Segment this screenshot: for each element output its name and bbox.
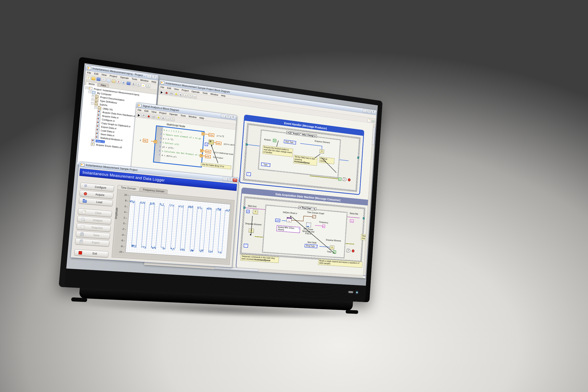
close-button[interactable] bbox=[232, 178, 238, 182]
toolbar-icon[interactable] bbox=[141, 83, 146, 88]
false-constant[interactable]: F bbox=[338, 178, 342, 181]
minimize-button[interactable] bbox=[223, 177, 228, 181]
maximize-button[interactable] bbox=[228, 178, 232, 182]
toolbar-icon[interactable] bbox=[193, 94, 197, 98]
plot-area[interactable] bbox=[126, 195, 230, 259]
toolbar-icon[interactable] bbox=[137, 113, 141, 117]
toolbar-icon[interactable] bbox=[188, 94, 192, 98]
tree-expander-icon[interactable] bbox=[92, 94, 94, 97]
tree-expander-icon[interactable] bbox=[94, 106, 97, 109]
toolbar-icon[interactable] bbox=[166, 116, 170, 120]
toolbar-icon[interactable] bbox=[146, 114, 151, 118]
menu-item[interactable]: File bbox=[160, 86, 164, 89]
toolbar-icon[interactable] bbox=[169, 92, 173, 96]
close-button[interactable] bbox=[231, 116, 236, 119]
toolbar-icon[interactable] bbox=[174, 92, 178, 96]
type-specifier[interactable]: Type bbox=[261, 162, 270, 167]
menu-item[interactable]: Tools bbox=[180, 114, 186, 117]
toolbar-icon[interactable] bbox=[170, 117, 175, 121]
toolbar-icon[interactable] bbox=[161, 116, 165, 120]
front-panel-button[interactable]: Export bbox=[75, 238, 110, 247]
help-icon[interactable] bbox=[372, 119, 375, 123]
menu-item[interactable]: View bbox=[152, 110, 156, 114]
mathscript-code[interactable]: % x = [ 1 2 3 ]; % Square each element o… bbox=[160, 127, 204, 167]
dbl-indicator[interactable]: ▸DBL bbox=[205, 150, 211, 154]
wait-ms-constant[interactable]: 20 bbox=[246, 210, 250, 213]
maximize-button[interactable] bbox=[226, 115, 231, 119]
minimize-button[interactable] bbox=[362, 109, 367, 113]
event-selector[interactable]: ◀ [2] "Acquire": Value Change ▶ bbox=[286, 131, 317, 138]
start-task-enum[interactable]: Start Task bbox=[284, 140, 296, 144]
front-panel-button[interactable]: Clear bbox=[78, 208, 112, 217]
toolbar-icon[interactable] bbox=[112, 79, 116, 83]
index-array-node[interactable] bbox=[208, 140, 214, 145]
mathscript-node[interactable]: 1234567 % x = [ 1 2 3 ]; % Square each bbox=[153, 126, 204, 168]
toolbar-icon[interactable] bbox=[136, 82, 141, 87]
tree-expander-icon[interactable] bbox=[88, 91, 91, 93]
enqueue-element-node[interactable] bbox=[330, 246, 334, 250]
maximize-button[interactable] bbox=[152, 75, 157, 80]
menu-item[interactable]: Help bbox=[152, 80, 156, 84]
next-state-enum[interactable]: Read Data bbox=[304, 244, 318, 248]
help-icon[interactable] bbox=[368, 118, 371, 122]
frequency-terminal[interactable]: ▸# bbox=[322, 225, 325, 228]
toolbar-icon[interactable] bbox=[102, 78, 106, 82]
toolbar-icon[interactable] bbox=[86, 76, 91, 80]
status-bar-terminal[interactable]: abc bbox=[350, 219, 354, 223]
toolbar-icon[interactable] bbox=[122, 80, 126, 84]
menu-item[interactable]: Help bbox=[221, 94, 226, 97]
menu-item[interactable]: Edit bbox=[94, 72, 98, 76]
enqueue-element-node[interactable] bbox=[320, 149, 324, 154]
dbl-indicator[interactable]: ▸DBL bbox=[205, 154, 211, 158]
front-panel-button[interactable]: Exit bbox=[74, 249, 108, 258]
toolbar-icon[interactable] bbox=[131, 82, 136, 86]
menu-item[interactable]: Operate bbox=[192, 90, 200, 94]
menu-item[interactable]: View bbox=[174, 88, 179, 91]
scroll-thumb[interactable] bbox=[372, 127, 375, 145]
toolbar-icon[interactable] bbox=[146, 84, 150, 88]
time-domain-graph-terminal[interactable]: ▸〜 bbox=[312, 215, 316, 218]
toolbar-icon[interactable] bbox=[156, 116, 160, 120]
close-button[interactable] bbox=[157, 76, 158, 80]
stop-terminal[interactable] bbox=[352, 250, 354, 252]
menu-item[interactable]: Help bbox=[199, 116, 204, 119]
front-panel-button[interactable]: Snapshot bbox=[76, 223, 111, 232]
dbl-indicator[interactable]: ▸DBL bbox=[216, 141, 222, 145]
case-selector[interactable]: ◀ "Read Data" ▾ ▶ bbox=[298, 206, 316, 210]
toolbar-icon[interactable] bbox=[164, 91, 168, 95]
front-panel-button[interactable]: Analyze bbox=[77, 216, 111, 225]
minimize-button[interactable] bbox=[221, 114, 226, 118]
next-case-icon[interactable]: ▶ bbox=[314, 135, 316, 137]
close-button[interactable] bbox=[372, 110, 376, 114]
toolbar-icon[interactable] bbox=[183, 93, 188, 97]
power-button[interactable] bbox=[356, 292, 358, 293]
boolean-terminal[interactable]: TF bbox=[273, 139, 276, 142]
menu-item[interactable]: Project bbox=[110, 74, 117, 78]
toolbar-icon[interactable] bbox=[142, 114, 146, 118]
next-case-icon[interactable]: ▶ bbox=[314, 208, 315, 210]
toolbar-icon[interactable] bbox=[91, 76, 96, 80]
minimize-button[interactable] bbox=[147, 74, 152, 79]
menu-item[interactable]: Tools bbox=[202, 92, 208, 95]
prev-case-icon[interactable]: ◀ bbox=[288, 132, 288, 134]
menu-item[interactable]: Window bbox=[188, 115, 196, 118]
tree-expander-icon[interactable] bbox=[92, 98, 94, 101]
prev-case-icon[interactable]: ◀ bbox=[299, 206, 300, 208]
case-dropdown-icon[interactable]: ▾ bbox=[312, 208, 314, 210]
samples-constant[interactable]: 1024 bbox=[275, 218, 280, 222]
menu-item[interactable]: Project bbox=[159, 112, 166, 115]
menu-item[interactable]: File bbox=[138, 108, 141, 112]
stop-terminal[interactable] bbox=[348, 178, 350, 182]
front-panel-button[interactable]: Save bbox=[76, 231, 110, 239]
menu-item[interactable]: Window bbox=[140, 79, 149, 82]
x-dbl-terminal[interactable]: DBL bbox=[142, 139, 148, 142]
toolbar-icon[interactable] bbox=[96, 77, 101, 81]
tree-expander-icon[interactable] bbox=[85, 86, 88, 89]
menu-item[interactable]: Edit bbox=[144, 110, 148, 112]
polymorphic-selector[interactable]: Analog Wfm 1Chan NSamp bbox=[276, 225, 300, 233]
menu-item[interactable]: Edit bbox=[167, 87, 171, 90]
tree-expander-icon[interactable] bbox=[91, 102, 94, 104]
toolbar-icon[interactable] bbox=[116, 80, 121, 84]
toolbar-icon[interactable] bbox=[126, 81, 131, 85]
menu-item[interactable]: View bbox=[102, 73, 107, 76]
